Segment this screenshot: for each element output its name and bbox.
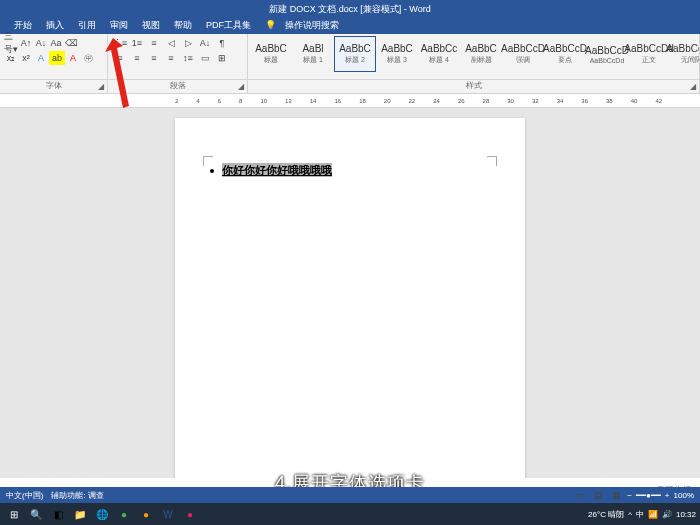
ruler-tick: 14 bbox=[310, 98, 317, 104]
sort-button[interactable]: A↓ bbox=[197, 36, 213, 50]
enclose-char-button[interactable]: ㊥ bbox=[81, 51, 95, 65]
zoom-in-button[interactable]: + bbox=[665, 491, 670, 500]
tray-chevron-icon[interactable]: ^ bbox=[628, 510, 632, 519]
tell-me-search[interactable]: 💡 操作说明搜索 bbox=[259, 17, 351, 34]
align-right-button[interactable]: ≡ bbox=[146, 51, 162, 65]
margin-corner-icon bbox=[203, 156, 213, 166]
ruler-tick: 38 bbox=[606, 98, 613, 104]
document-body[interactable]: 你好你好你好哦哦哦哦 bbox=[210, 163, 490, 178]
app-icon[interactable]: ● bbox=[136, 505, 156, 523]
volume-icon[interactable]: 🔊 bbox=[662, 510, 672, 519]
increase-indent-button[interactable]: ▷ bbox=[180, 36, 196, 50]
tab-review[interactable]: 审阅 bbox=[104, 17, 134, 34]
status-accessibility[interactable]: 辅助功能: 调查 bbox=[51, 490, 103, 501]
edge-icon[interactable]: 🌐 bbox=[92, 505, 112, 523]
style-preview: AaBbC bbox=[339, 43, 371, 54]
superscript-button[interactable]: x² bbox=[19, 51, 33, 65]
ime-icon[interactable]: 中 bbox=[636, 509, 644, 520]
app-icon-2[interactable]: ● bbox=[180, 505, 200, 523]
ruler-tick: 40 bbox=[631, 98, 638, 104]
tab-pdf-tools[interactable]: PDF工具集 bbox=[200, 17, 257, 34]
ruler-tick: 20 bbox=[384, 98, 391, 104]
decrease-indent-button[interactable]: ◁ bbox=[163, 36, 179, 50]
styles-group: AaBbC标题AaBl标题 1AaBbC标题 2AaBbC标题 3AaBbCc标… bbox=[248, 34, 700, 79]
style-preview: AaBbCc bbox=[421, 43, 458, 54]
clock[interactable]: 10:32 bbox=[676, 510, 696, 519]
style-强调[interactable]: AaBbCcD强调 bbox=[502, 36, 544, 72]
explorer-icon[interactable]: 📁 bbox=[70, 505, 90, 523]
font-dialog-launcher[interactable]: ◢ bbox=[96, 82, 105, 91]
style-正文[interactable]: AaBbCcDd正文 bbox=[628, 36, 670, 72]
weather-widget[interactable]: 26°C 晴朗 bbox=[588, 509, 624, 520]
change-case-button[interactable]: Aa bbox=[49, 36, 63, 50]
show-marks-button[interactable]: ¶ bbox=[214, 36, 230, 50]
view-web-layout-button[interactable]: ▦ bbox=[609, 488, 623, 502]
ruler-tick: 2 bbox=[175, 98, 178, 104]
style-无间隔[interactable]: AaBbCcDd无间隔 bbox=[670, 36, 700, 72]
style-label: 正文 bbox=[642, 55, 656, 65]
shading-button[interactable]: ▭ bbox=[197, 51, 213, 65]
style-标题 2[interactable]: AaBbC标题 2 bbox=[334, 36, 376, 72]
zoom-out-button[interactable]: − bbox=[627, 491, 632, 500]
grow-font-button[interactable]: A↑ bbox=[19, 36, 33, 50]
align-left-button[interactable]: ≡ bbox=[112, 51, 128, 65]
paragraph-dialog-launcher[interactable]: ◢ bbox=[236, 82, 245, 91]
view-print-layout-button[interactable]: ▭ bbox=[573, 488, 587, 502]
style-标题 4[interactable]: AaBbCc标题 4 bbox=[418, 36, 460, 72]
style-label: 标题 bbox=[264, 55, 278, 65]
style-label: AaBbCcDd bbox=[590, 57, 625, 64]
search-icon[interactable]: 🔍 bbox=[26, 505, 46, 523]
ruler-tick: 4 bbox=[196, 98, 199, 104]
borders-button[interactable]: ⊞ bbox=[214, 51, 230, 65]
style-preview: AaBbCcD bbox=[543, 43, 587, 54]
style-标题 1[interactable]: AaBl标题 1 bbox=[292, 36, 334, 72]
document-page[interactable]: 你好你好你好哦哦哦哦 bbox=[175, 118, 525, 478]
style-标题 3[interactable]: AaBbC标题 3 bbox=[376, 36, 418, 72]
style-label: 无间隔 bbox=[681, 55, 701, 65]
style-AaBbCcDd[interactable]: AaBbCcDAaBbCcDd bbox=[586, 36, 628, 72]
font-size-dropdown[interactable]: 三号▾ bbox=[4, 36, 18, 50]
text-effects-button[interactable]: A bbox=[34, 51, 48, 65]
tab-insert[interactable]: 插入 bbox=[40, 17, 70, 34]
windows-taskbar: ⊞ 🔍 ◧ 📁 🌐 ● ● W ● 26°C 晴朗 ^ 中 📶 🔊 10:32 bbox=[0, 503, 700, 525]
ruler-tick: 32 bbox=[532, 98, 539, 104]
task-view-icon[interactable]: ◧ bbox=[48, 505, 68, 523]
style-要点[interactable]: AaBbCcD要点 bbox=[544, 36, 586, 72]
window-titlebar: 新建 DOCX 文档.docx [兼容模式] - Word bbox=[0, 0, 700, 18]
tab-help[interactable]: 帮助 bbox=[168, 17, 198, 34]
tab-references[interactable]: 引用 bbox=[72, 17, 102, 34]
browser-icon[interactable]: ● bbox=[114, 505, 134, 523]
paragraph-group: ⋮≡ 1≡ ≡ ◁ ▷ A↓ ¶ ≡ ≡ ≡ ≡ ↕≡ ▭ ⊞ bbox=[108, 34, 248, 79]
network-icon[interactable]: 📶 bbox=[648, 510, 658, 519]
multilevel-list-button[interactable]: ≡ bbox=[146, 36, 162, 50]
ribbon-group-labels: 字体◢ 段落◢ 样式◢ bbox=[0, 80, 700, 94]
style-label: 标题 1 bbox=[303, 55, 323, 65]
tab-view[interactable]: 视图 bbox=[136, 17, 166, 34]
selected-text[interactable]: 你好你好你好哦哦哦哦 bbox=[222, 163, 332, 177]
ruler-tick: 24 bbox=[433, 98, 440, 104]
style-label: 标题 4 bbox=[429, 55, 449, 65]
numbering-button[interactable]: 1≡ bbox=[129, 36, 145, 50]
clear-format-button[interactable]: ⌫ bbox=[64, 36, 78, 50]
ruler-tick: 8 bbox=[239, 98, 242, 104]
justify-button[interactable]: ≡ bbox=[163, 51, 179, 65]
style-副标题[interactable]: AaBbC副标题 bbox=[460, 36, 502, 72]
status-language[interactable]: 中文(中国) bbox=[6, 490, 43, 501]
styles-dialog-launcher[interactable]: ◢ bbox=[688, 82, 697, 91]
horizontal-ruler[interactable]: 24681012141618202224262830323436384042 bbox=[0, 94, 700, 108]
line-spacing-button[interactable]: ↕≡ bbox=[180, 51, 196, 65]
view-read-mode-button[interactable]: ▤ bbox=[591, 488, 605, 502]
shrink-font-button[interactable]: A↓ bbox=[34, 36, 48, 50]
style-标题[interactable]: AaBbC标题 bbox=[250, 36, 292, 72]
start-button[interactable]: ⊞ bbox=[4, 505, 24, 523]
zoom-slider[interactable]: ━━●━━ bbox=[636, 491, 661, 500]
ruler-tick: 22 bbox=[409, 98, 416, 104]
align-center-button[interactable]: ≡ bbox=[129, 51, 145, 65]
word-icon[interactable]: W bbox=[158, 505, 178, 523]
highlight-button[interactable]: ab bbox=[49, 51, 65, 65]
font-color-button[interactable]: A bbox=[66, 51, 80, 65]
style-preview: AaBbCcD bbox=[585, 45, 629, 56]
subscript-button[interactable]: x₂ bbox=[4, 51, 18, 65]
zoom-level[interactable]: 100% bbox=[674, 491, 694, 500]
bullets-button[interactable]: ⋮≡ bbox=[112, 36, 128, 50]
